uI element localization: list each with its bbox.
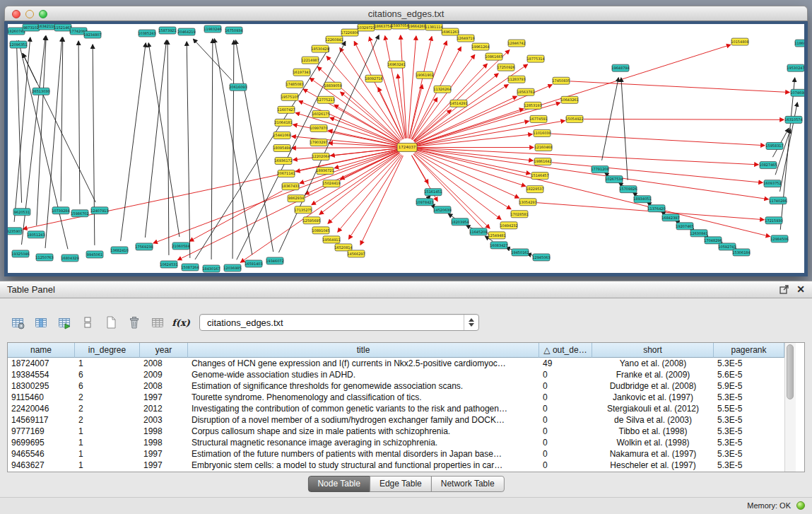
- table-row[interactable]: 1938455462009Genome-wide association stu…: [8, 369, 804, 380]
- graph-node[interactable]: 17791208: [591, 166, 608, 173]
- graph-node[interactable]: 18934051: [633, 196, 651, 203]
- graph-node[interactable]: 18530429: [311, 45, 329, 52]
- tab-network-table[interactable]: Network Table: [431, 476, 505, 492]
- graph-node[interactable]: 15087264: [181, 264, 199, 271]
- graph-node[interactable]: 11326264: [433, 86, 451, 93]
- graph-node[interactable]: 19575105: [281, 93, 298, 100]
- graph-node[interactable]: 19061902: [416, 71, 433, 78]
- graph-node[interactable]: 10267534: [605, 176, 623, 183]
- table-row[interactable]: 969969511998Structural magnetic resonanc…: [8, 437, 804, 448]
- graph-node[interactable]: 9862934: [288, 195, 305, 202]
- graph-node[interactable]: 17485083: [286, 81, 303, 88]
- close-panel-icon[interactable]: ✕: [796, 284, 805, 294]
- table-panel-titlebar[interactable]: Table Panel ✕: [0, 281, 812, 298]
- graph-node[interactable]: 11740286: [769, 197, 787, 204]
- create-table-button[interactable]: [102, 313, 120, 332]
- graph-node[interactable]: 16197343: [293, 69, 310, 76]
- show-columns-button[interactable]: [32, 313, 50, 332]
- graph-node[interactable]: 10329721: [357, 24, 375, 31]
- graph-node[interactable]: 16963241: [387, 61, 405, 68]
- graph-node[interactable]: 15709826: [619, 186, 637, 193]
- import-table-button[interactable]: [148, 313, 167, 332]
- graph-node[interactable]: 17569238: [135, 243, 153, 250]
- delete-table-button[interactable]: [125, 313, 143, 332]
- graph-node[interactable]: 16774591: [529, 115, 547, 122]
- column-header-3[interactable]: title: [188, 343, 539, 358]
- graph-node[interactable]: 26513030: [32, 88, 49, 95]
- graph-node[interactable]: 10154808: [731, 38, 748, 45]
- graph-node[interactable]: 18203954: [451, 218, 469, 226]
- graph-node[interactable]: 10861665: [485, 53, 502, 60]
- row-height-button[interactable]: [78, 313, 97, 332]
- graph-node[interactable]: 16026175: [312, 110, 329, 117]
- graph-node[interactable]: 15024419: [322, 180, 340, 187]
- graph-node[interactable]: 14514291: [449, 100, 467, 107]
- graph-node[interactable]: 12202064: [312, 153, 329, 160]
- graph-node[interactable]: 16310574: [784, 116, 802, 123]
- graph-node[interactable]: 16342118: [37, 24, 55, 30]
- graph-node[interactable]: 21060584: [172, 243, 189, 250]
- graph-node[interactable]: 19530247: [787, 64, 804, 71]
- scrollbar-thumb[interactable]: [787, 344, 794, 399]
- graph-node[interactable]: 20671141: [277, 170, 295, 177]
- graph-node[interactable]: 10978423: [416, 199, 433, 206]
- graph-node[interactable]: 19861642: [534, 158, 551, 165]
- graph-node[interactable]: 9945061: [86, 251, 103, 258]
- graph-node[interactable]: 19207465: [676, 223, 693, 230]
- graph-node[interactable]: 17226806: [341, 29, 358, 36]
- graph-node[interactable]: 11645208: [469, 228, 487, 235]
- graph-node[interactable]: 17028581: [510, 211, 528, 218]
- graph-node[interactable]: 11283793: [507, 76, 525, 83]
- graph-node[interactable]: 18430167: [202, 265, 220, 272]
- graph-node[interactable]: 12630841: [690, 230, 707, 237]
- graph-node[interactable]: 19325046: [11, 250, 29, 257]
- graph-node[interactable]: 14235907: [8, 228, 23, 235]
- graph-node[interactable]: 18563782: [517, 88, 534, 95]
- graph-node[interactable]: 12945063: [532, 254, 550, 261]
- table-row[interactable]: 911546021997Tourette syndrome. Phenomeno…: [8, 392, 804, 403]
- graph-node[interactable]: 17250926: [497, 64, 514, 71]
- graph-node[interactable]: 15958317: [765, 142, 783, 149]
- graph-node[interactable]: 19961264: [471, 43, 489, 50]
- graph-node[interactable]: 18095494: [273, 144, 290, 151]
- graph-node[interactable]: 21064181: [274, 119, 292, 126]
- table-row[interactable]: 977716911998Corpus callosum shape and si…: [8, 426, 804, 437]
- graph-node[interactable]: 10827465: [759, 162, 777, 169]
- graph-node[interactable]: 15873921: [158, 27, 176, 34]
- graph-node[interactable]: 13054293: [519, 199, 536, 206]
- graph-node[interactable]: 12214987: [301, 57, 319, 64]
- graph-node[interactable]: 17903297: [310, 139, 327, 146]
- table-selector-dropdown[interactable]: citations_edges.txt: [199, 314, 479, 331]
- graph-node[interactable]: 12549481: [488, 232, 505, 239]
- graph-node[interactable]: 17215930: [765, 217, 782, 224]
- graph-node[interactable]: 19648794: [611, 64, 629, 71]
- graph-node[interactable]: 12096351: [9, 41, 27, 48]
- graph-node[interactable]: 12984506: [770, 235, 788, 243]
- graph-node[interactable]: 18839059: [324, 82, 341, 89]
- graph-node[interactable]: 18051243: [27, 231, 45, 238]
- graph-node[interactable]: 12649719: [457, 35, 474, 42]
- table-row[interactable]: 1830029562008Estimation of significance …: [8, 380, 804, 392]
- network-canvas[interactable]: 1724037185304291221498716197343174850831…: [8, 24, 804, 273]
- graph-node[interactable]: 17048296: [704, 237, 722, 244]
- column-header-2[interactable]: year: [140, 343, 188, 358]
- graph-node[interactable]: 16842397: [661, 214, 679, 221]
- graph-node[interactable]: 10746982: [790, 89, 804, 96]
- graph-node[interactable]: 10739284: [52, 207, 69, 214]
- column-header-6[interactable]: pagerank: [714, 343, 784, 358]
- graph-node[interactable]: 12160468: [534, 144, 552, 151]
- graph-hub-node[interactable]: 1724037: [397, 143, 417, 151]
- table-settings-button[interactable]: [8, 313, 27, 332]
- graph-node[interactable]: 19664269: [408, 24, 425, 30]
- graph-node[interactable]: 19564911: [322, 236, 340, 243]
- column-header-4[interactable]: △ out_de…: [539, 343, 592, 358]
- graph-node[interactable]: 14520639: [433, 206, 451, 214]
- graph-node[interactable]: 17135275: [294, 206, 312, 214]
- graph-node[interactable]: 15937054: [391, 24, 408, 29]
- table-row[interactable]: 946362711997Embryonic stem cells: a mode…: [8, 460, 804, 471]
- graph-node[interactable]: 12407913: [90, 207, 108, 214]
- graph-node[interactable]: 13682410: [110, 247, 128, 254]
- graph-node[interactable]: 18092716: [365, 75, 382, 82]
- graph-node[interactable]: 12775213: [317, 96, 334, 103]
- graph-node[interactable]: 12260841: [325, 36, 343, 43]
